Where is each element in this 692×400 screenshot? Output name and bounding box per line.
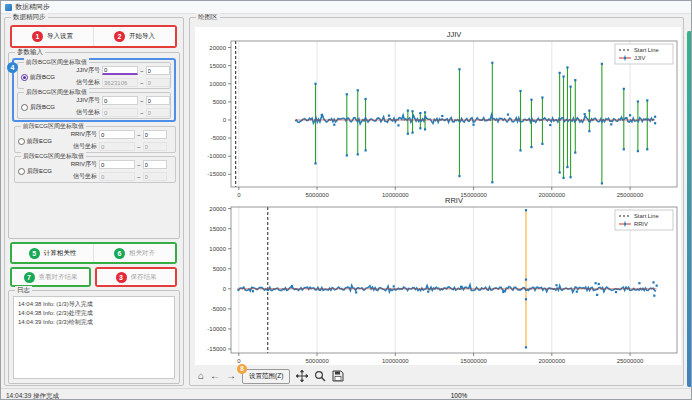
plot-panel-title: 绘图区: [196, 13, 220, 21]
progress-label: 100%: [451, 392, 468, 399]
start-import-button[interactable]: 2 开始导入: [93, 27, 175, 46]
import-settings-button[interactable]: 1 导入设置: [12, 27, 93, 46]
rear-ecg-radio[interactable]: [18, 168, 25, 175]
correlation-frame: 5 计算相关性 6 相关对齐: [10, 242, 177, 264]
rear-ecg-section-title: 后段ECG区间坐标取值: [21, 152, 86, 160]
svg-text:15000: 15000: [209, 226, 226, 232]
front-bcg-section-title: 前段BCG区间坐标取值: [24, 58, 89, 66]
signal-coord-to-input[interactable]: [143, 142, 167, 151]
svg-text:10000: 10000: [209, 81, 226, 87]
svg-text:5000000: 5000000: [305, 192, 329, 198]
app-icon: [5, 4, 12, 11]
plot-toolbar: ⌂ ← → 8 设置范围(Z): [198, 368, 344, 384]
jjiv-index-to-input[interactable]: [146, 96, 170, 105]
left-panel-title: 数据精同步: [11, 13, 48, 21]
save-result-button[interactable]: 3 保存结果: [97, 269, 175, 285]
back-icon[interactable]: ←: [210, 371, 220, 381]
svg-text:-5000: -5000: [211, 306, 227, 312]
rear-bcg-radio-label: 后段BCG: [30, 103, 55, 112]
correlation-align-button[interactable]: 6 相关对齐: [93, 244, 175, 262]
forward-icon[interactable]: →: [226, 371, 236, 381]
signal-coord-to-input[interactable]: [146, 78, 170, 87]
front-ecg-radio[interactable]: [18, 138, 25, 145]
signal-coord-label: 信号坐标: [70, 108, 100, 117]
jjiv-index-label: JJIV序号: [70, 66, 100, 75]
range-separator: ~: [137, 162, 141, 168]
import-button-frame: 1 导入设置 2 开始导入: [10, 25, 177, 48]
step-badge-4: 4: [7, 62, 18, 73]
view-align-result-button[interactable]: 7 查看对齐结果: [12, 269, 89, 285]
svg-text:-10000: -10000: [207, 153, 226, 159]
log-line: 14:04:39 Info: (3/3)绘制完成: [18, 318, 170, 327]
svg-text:Start Line: Start Line: [634, 213, 659, 219]
front-bcg-radio-label: 前段BCG: [30, 73, 55, 82]
svg-text:0: 0: [237, 192, 241, 198]
jjiv-index-from-input[interactable]: [102, 96, 138, 105]
step-badge-2: 2: [114, 31, 125, 42]
signal-coord-label: 信号坐标: [67, 172, 97, 181]
signal-coord-from-input[interactable]: [99, 172, 135, 181]
home-icon[interactable]: ⌂: [198, 371, 204, 381]
svg-text:25000000: 25000000: [617, 358, 644, 364]
range-separator: ~: [140, 98, 144, 104]
figure-area[interactable]: 20000150001000050000-5000-10000-15000050…: [195, 27, 681, 365]
rriv-index-label: RRIV序号: [67, 130, 97, 139]
signal-coord-from-input[interactable]: [102, 78, 138, 87]
svg-text:5000: 5000: [213, 99, 227, 105]
signal-coord-to-input[interactable]: [146, 108, 170, 117]
rriv-index-to-input[interactable]: [143, 130, 167, 139]
calc-correlation-label: 计算相关性: [44, 249, 77, 258]
svg-text:JJIV: JJIV: [634, 55, 645, 61]
svg-text:20000000: 20000000: [538, 192, 565, 198]
step-badge-8: 8: [237, 364, 247, 374]
svg-text:15000000: 15000000: [460, 358, 487, 364]
start-import-label: 开始导入: [129, 32, 155, 41]
zoom-icon[interactable]: [314, 370, 326, 382]
range-separator: ~: [137, 174, 141, 180]
step-badge-5: 5: [29, 248, 40, 259]
set-range-label: 设置范围(Z): [249, 372, 283, 379]
log-title: 日志: [15, 286, 32, 294]
status-text: 14:04:39 操作完成: [6, 392, 59, 400]
svg-text:15000000: 15000000: [460, 192, 487, 198]
rear-bcg-section-title: 后段BCG区间坐标取值: [24, 88, 89, 96]
log-line: 14:04:38 Info: (2/3)处理完成: [18, 309, 170, 318]
front-ecg-section: 前段ECG区间坐标取值 前段ECG RRIV序号 ~ 信号坐标 ~: [14, 126, 176, 153]
rear-ecg-radio-label: 后段ECG: [27, 167, 52, 176]
signal-coord-from-input[interactable]: [102, 108, 138, 117]
set-range-button[interactable]: 8 设置范围(Z): [242, 369, 290, 384]
rriv-index-from-input[interactable]: [99, 160, 135, 169]
step-badge-7: 7: [24, 272, 35, 283]
charts-svg: 20000150001000050000-5000-10000-15000050…: [195, 27, 681, 365]
jjiv-index-from-input[interactable]: [102, 66, 138, 75]
save-result-label: 保存结果: [131, 273, 157, 282]
jjiv-index-to-input[interactable]: [146, 66, 170, 75]
jjiv-index-label: JJIV序号: [70, 96, 100, 105]
save-icon[interactable]: [332, 370, 344, 382]
pan-icon[interactable]: [296, 370, 308, 382]
title-bar: 数据精同步: [1, 1, 692, 14]
signal-coord-from-input[interactable]: [99, 142, 135, 151]
params-group: 参数输入 4 前段BCG区间坐标取值 前段BCG JJIV序号 ~ 信号坐标 ~: [8, 52, 180, 239]
svg-text:10000000: 10000000: [382, 358, 409, 364]
params-title: 参数输入: [15, 48, 45, 56]
rriv-index-to-input[interactable]: [143, 160, 167, 169]
range-separator: ~: [137, 144, 141, 150]
front-ecg-section-title: 前段ECG区间坐标取值: [21, 122, 86, 130]
front-ecg-radio-label: 前段ECG: [27, 137, 52, 146]
svg-text:-5000: -5000: [211, 135, 227, 141]
signal-coord-label: 信号坐标: [70, 78, 100, 87]
svg-text:15000: 15000: [209, 63, 226, 69]
status-bar: 14:04:39 操作完成 100%: [1, 388, 692, 400]
signal-coord-to-input[interactable]: [143, 172, 167, 181]
rear-ecg-section: 后段ECG区间坐标取值 后段ECG RRIV序号 ~ 信号坐标 ~: [14, 156, 176, 183]
svg-text:0: 0: [223, 117, 227, 123]
signal-coord-label: 信号坐标: [67, 142, 97, 151]
rear-bcg-radio[interactable]: [21, 104, 28, 111]
save-result-frame: 3 保存结果: [95, 267, 177, 287]
log-line: 14:04:38 Info: (1/3)导入完成: [18, 300, 170, 309]
rriv-index-from-input[interactable]: [99, 130, 135, 139]
correlation-align-label: 相关对齐: [129, 249, 155, 258]
front-bcg-radio[interactable]: [21, 74, 28, 81]
calc-correlation-button[interactable]: 5 计算相关性: [12, 244, 93, 262]
